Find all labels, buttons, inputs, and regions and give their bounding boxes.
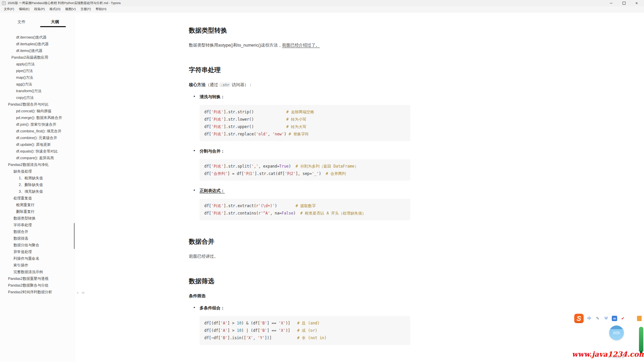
code-token: ].str.lower() (224, 117, 286, 122)
code-token: ].str.strip() (224, 110, 286, 114)
outline-item[interactable]: transform()方法 (0, 87, 75, 94)
outline-item[interactable]: 3、填充缺失值 (0, 188, 75, 195)
outline-item[interactable]: df.itertuples()迭代器 (0, 41, 75, 47)
menu-item-5[interactable]: 主题(T) (78, 6, 93, 12)
outline-item[interactable]: map()方法 (0, 74, 75, 81)
outline-item[interactable]: 数据类型转换 (0, 215, 75, 222)
code-token: # 或 (or) (297, 328, 317, 333)
ime-pen-icon[interactable]: ✎ (595, 316, 600, 321)
code-token: ], sep= (296, 171, 312, 176)
outline-item[interactable]: 数据合并 (0, 228, 75, 235)
outline-item[interactable]: apply()方法 (0, 61, 75, 67)
section-heading: 字符串处理 (189, 66, 411, 74)
maximize-button[interactable] (622, 1, 626, 5)
ime-skin-brush-icon[interactable]: ✔ (620, 316, 626, 321)
minimize-button[interactable] (609, 1, 613, 5)
section-heading: 数据筛选 (189, 277, 411, 285)
tab-outline[interactable]: 大纲 (51, 19, 59, 25)
outline-collapse-icon[interactable]: ‹ (77, 290, 78, 295)
outline-item[interactable]: agg()方法 (0, 81, 75, 87)
outline-item[interactable]: df.items()迭代器 (0, 47, 75, 54)
ime-toolbox-grid-icon[interactable] (629, 316, 634, 321)
list-item: 多条件组合： (189, 305, 410, 311)
ime-language-mode-icon[interactable]: 中 (587, 316, 592, 321)
close-button[interactable]: ✕ (635, 1, 639, 5)
menu-item-2[interactable]: 段落(P) (32, 6, 47, 12)
paragraph: 核心方法（通过 .str 访问器）： (189, 81, 410, 88)
outline-item[interactable]: 异常值处理 (0, 248, 75, 255)
code-block[interactable]: df['列名'].str.split(',', expand=True) # 分… (200, 159, 410, 181)
outline-item[interactable]: 完整数据清洗示例 (0, 268, 75, 275)
code-block[interactable]: df['列名'].str.strip() # 去除两端空格 df['列名'].s… (200, 105, 410, 141)
text-run: 核心方法 (189, 82, 206, 87)
outline-item[interactable]: 2、删除缺失值 (0, 181, 75, 188)
code-token: ',' (252, 164, 259, 169)
ime-sogou-logo-icon[interactable]: S (574, 314, 584, 323)
paragraph: 数据类型转换用astype()和to_numeric()这些方法，前面已经介绍过… (189, 42, 410, 49)
outline-item[interactable]: pd.merge(): 数据库风格合并 (0, 114, 75, 121)
outline-item[interactable]: 索引操作 (0, 262, 75, 268)
ime-more-partial-icon[interactable] (637, 316, 642, 321)
ime-voice-input-icon[interactable]: Ψ (603, 316, 609, 321)
text-run: 访问器）： (230, 82, 253, 87)
tab-files[interactable]: 文件 (17, 19, 25, 25)
code-token: , na= (270, 211, 282, 216)
code-token: '列名' (211, 211, 224, 216)
code-token: df[ (204, 171, 211, 176)
code-token: ] == (267, 321, 279, 325)
outline-item[interactable]: Pandas2数据聚合与分组 (0, 282, 75, 289)
code-token: # 提取数字 (296, 203, 316, 208)
outline-item[interactable]: df.update(): 原地更新 (0, 141, 75, 148)
code-token: 'new' (272, 132, 284, 136)
outline-item[interactable]: Pandas2时间序列数据分析 (0, 289, 75, 295)
menu-item-3[interactable]: 格式(O) (47, 6, 63, 12)
code-token: ].str.split( (224, 164, 252, 169)
code-token: # 替换字符 (289, 132, 309, 136)
outline-item[interactable]: df.combine(): 元素级合并 (0, 134, 75, 141)
menu-item-0[interactable]: 文件(F) (1, 6, 16, 12)
code-token: df[~df[ (204, 336, 220, 340)
floating-progress-badge[interactable]: 0/26 (609, 325, 624, 340)
code-token: ) (319, 171, 326, 176)
outline-item[interactable]: pd.concat(): 轴向拼接 (0, 108, 75, 114)
menu-item-1[interactable]: 编辑(E) (16, 6, 32, 12)
outline-item[interactable]: Pandas2高级函数应用 (0, 54, 75, 61)
outline-item[interactable]: df.iterrows()迭代器 (0, 34, 75, 41)
outline-item[interactable]: Pandas2数据合并与对比 (0, 101, 75, 108)
outline-item[interactable]: copy()方法 (0, 94, 75, 101)
outline-item[interactable]: 缺失值处理 (0, 168, 75, 175)
menu-item-4[interactable]: 视图(V) (63, 6, 78, 12)
outline-item[interactable]: 删除重复行 (0, 208, 75, 215)
inline-code: .str (219, 82, 230, 87)
code-token: '列名' (211, 124, 224, 129)
code-token: '合并列' (211, 171, 227, 176)
code-token: '列名' (211, 164, 224, 169)
outline-item[interactable]: df.combine_first(): 填充合并 (0, 128, 75, 134)
outline-item[interactable]: pipe()方法 (0, 67, 75, 74)
outline-item[interactable]: 列操作与重命名 (0, 255, 75, 262)
code-token: ) (275, 203, 296, 208)
outline-item[interactable]: 数据筛选 (0, 235, 75, 242)
menu-item-6[interactable]: 帮助(H) (93, 6, 109, 12)
outline-item[interactable]: df.compare(): 差异高亮 (0, 155, 75, 161)
editor-area[interactable]: 数据类型转换数据类型转换用astype()和to_numeric()这些方法，前… (75, 12, 644, 362)
outline-item[interactable]: 数据分组与聚合 (0, 242, 75, 248)
outline-item[interactable]: df.join(): 按索引快速合并 (0, 121, 75, 128)
outline-item[interactable]: 1、检测缺失值 (0, 175, 75, 181)
outline-item[interactable]: 处理重复值 (0, 195, 75, 201)
sidebar-scrollbar-thumb[interactable] (74, 223, 75, 249)
outline-item[interactable]: Pandas2数据清洗与净化 (0, 161, 75, 168)
ime-ai-assistant-icon[interactable]: AI (612, 316, 617, 321)
code-block[interactable]: df[(df['A'] > 10) & (df['B'] == 'X')] # … (200, 316, 410, 345)
outline-item[interactable]: df.equals(): 快速全等对比 (0, 148, 75, 155)
outline-item[interactable]: Pandas2数据重塑与透视 (0, 275, 75, 282)
code-token: 'B' (220, 336, 227, 340)
code-token: )] (285, 321, 297, 325)
outline-item[interactable]: 检测重复行 (0, 201, 75, 208)
outline-item[interactable]: 字符串处理 (0, 222, 75, 228)
text-run: 前面已经讲过。 (189, 254, 218, 259)
list-item: 分割与合并： (189, 148, 410, 155)
list-item: 清洗与转换： (189, 94, 410, 100)
source-code-mode-icon[interactable]: ‹› (82, 290, 85, 295)
code-block[interactable]: df['列名'].str.extract(r'(\d+)') # 提取数字 df… (200, 199, 410, 220)
